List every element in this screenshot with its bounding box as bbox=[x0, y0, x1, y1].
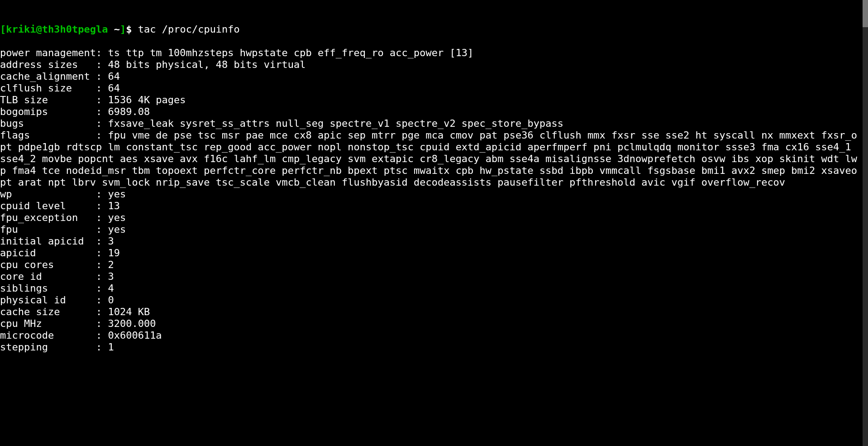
output-line: siblings : 4 bbox=[0, 283, 114, 294]
output-line: fpu_exception : yes bbox=[0, 212, 126, 223]
output-line: power management: ts ttp tm 100mhzsteps … bbox=[0, 47, 473, 58]
output-line: initial apicid : 3 bbox=[0, 235, 114, 247]
prompt-at: @ bbox=[36, 24, 42, 35]
prompt-close-bracket: ] bbox=[120, 24, 126, 35]
output-line: core id : 3 bbox=[0, 271, 114, 282]
output-line: clflush size : 64 bbox=[0, 82, 120, 94]
prompt-dollar: $ bbox=[126, 24, 132, 35]
prompt-space1 bbox=[108, 24, 114, 35]
scrollbar-track[interactable] bbox=[863, 0, 868, 446]
output-line: flags : fpu vme de pse tsc msr pae mce c… bbox=[0, 129, 857, 188]
output-line: physical id : 0 bbox=[0, 294, 114, 306]
output-line: microcode : 0x600611a bbox=[0, 330, 162, 341]
terminal[interactable]: [kriki@th3h0tpegla ~]$ tac /proc/cpuinfo… bbox=[0, 0, 868, 446]
output-line: stepping : 1 bbox=[0, 341, 114, 353]
output-line: cache_alignment : 64 bbox=[0, 71, 120, 82]
output-line: bogomips : 6989.08 bbox=[0, 106, 150, 117]
prompt-user: kriki bbox=[6, 24, 36, 35]
scrollbar-thumb[interactable] bbox=[863, 0, 868, 27]
command-text: tac /proc/cpuinfo bbox=[138, 24, 240, 35]
output-line: cpu MHz : 3200.000 bbox=[0, 318, 156, 329]
output-line: wp : yes bbox=[0, 188, 126, 200]
prompt-path: ~ bbox=[114, 24, 120, 35]
output-line: cpuid level : 13 bbox=[0, 200, 120, 211]
prompt-open-bracket: [ bbox=[0, 24, 6, 35]
output-line: bugs : fxsave_leak sysret_ss_attrs null_… bbox=[0, 118, 563, 129]
output-line: address sizes : 48 bits physical, 48 bit… bbox=[0, 59, 306, 70]
output-line: cpu cores : 2 bbox=[0, 259, 114, 270]
output-line: cache size : 1024 KB bbox=[0, 306, 150, 317]
terminal-content: [kriki@th3h0tpegla ~]$ tac /proc/cpuinfo… bbox=[0, 24, 868, 353]
prompt-space2 bbox=[132, 24, 138, 35]
output-line: TLB size : 1536 4K pages bbox=[0, 94, 186, 106]
prompt-host: th3h0tpegla bbox=[42, 24, 108, 35]
output-line: apicid : 19 bbox=[0, 247, 120, 259]
output-line: fpu : yes bbox=[0, 224, 126, 235]
